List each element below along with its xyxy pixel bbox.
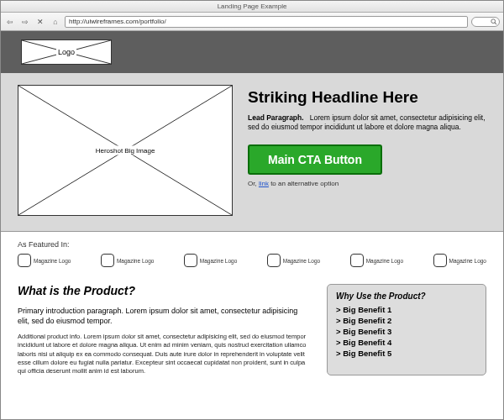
browser-toolbar: ⇦ ⇨ ✕ ⌂ http://uiwireframes.com/portfoli… — [1, 13, 503, 31]
hero-lead: Lead Paragraph. Lorem ipsum dolor sit am… — [248, 113, 486, 133]
hero-image-label: Heroshot Big Image — [93, 146, 158, 155]
benefit-label: Big Benefit 3 — [343, 327, 391, 336]
benefit-item: > Big Benefit 4 — [336, 337, 477, 348]
hero-text: Striking Headline Here Lead Paragraph. L… — [248, 85, 486, 216]
magazine-item: Magazine Logo — [433, 254, 486, 267]
benefit-item: > Big Benefit 5 — [336, 348, 477, 359]
alt-prefix: Or, — [248, 180, 259, 187]
featured-section: As Featured In: Magazine Logo Magazine L… — [1, 232, 503, 272]
benefit-label: Big Benefit 1 — [343, 305, 391, 314]
benefit-item: > Big Benefit 2 — [336, 315, 477, 326]
logo-placeholder[interactable]: Logo — [21, 39, 112, 65]
benefit-item: > Big Benefit 1 — [336, 304, 477, 315]
stop-icon[interactable]: ✕ — [34, 16, 46, 28]
alt-link[interactable]: link — [259, 180, 269, 187]
back-icon[interactable]: ⇦ — [4, 16, 16, 28]
magazine-logo-icon — [350, 254, 364, 267]
lower-section: What is the Product? Primary introductio… — [1, 272, 503, 392]
benefits-heading: Why Use the Product? — [336, 291, 477, 301]
home-icon[interactable]: ⌂ — [50, 16, 61, 28]
magazine-label: Magazine Logo — [117, 258, 154, 264]
search-icon — [491, 18, 497, 25]
magazine-logo-icon — [184, 254, 197, 267]
window-title: Landing Page Example — [218, 3, 287, 10]
hero-headline: Striking Headline Here — [248, 88, 486, 107]
svg-line-1 — [495, 22, 496, 24]
benefit-label: Big Benefit 4 — [343, 338, 391, 347]
benefit-item: > Big Benefit 3 — [336, 326, 477, 337]
magazine-logo-icon — [18, 254, 31, 267]
url-input[interactable]: http://uiwireframes.com/portfolio/ — [65, 16, 468, 28]
magazine-label: Magazine Logo — [449, 258, 486, 264]
window-titlebar: Landing Page Example — [1, 1, 503, 13]
benefits-box: Why Use the Product? > Big Benefit 1 > B… — [327, 284, 486, 375]
magazine-item: Magazine Logo — [18, 254, 71, 267]
magazine-item: Magazine Logo — [101, 254, 154, 267]
product-column: What is the Product? Primary introductio… — [18, 284, 310, 375]
logo-label: Logo — [56, 48, 76, 56]
benefits-list: > Big Benefit 1 > Big Benefit 2 > Big Be… — [336, 304, 477, 359]
product-para-2: Additional product info. Lorem ipsum dol… — [18, 333, 310, 375]
magazine-logo-icon — [101, 254, 114, 267]
magazine-label: Magazine Logo — [366, 258, 403, 264]
top-nav: Logo — [1, 31, 503, 73]
benefit-label: Big Benefit 2 — [343, 316, 391, 325]
benefit-label: Big Benefit 5 — [343, 349, 391, 358]
featured-title: As Featured In: — [18, 240, 486, 249]
magazine-item: Magazine Logo — [350, 254, 403, 267]
hero-image-placeholder: Heroshot Big Image — [18, 85, 233, 216]
magazine-item: Magazine Logo — [184, 254, 237, 267]
page-content: Logo Heroshot Big Image Striking Headlin… — [1, 31, 503, 420]
forward-icon[interactable]: ⇨ — [19, 16, 31, 28]
magazine-label: Magazine Logo — [200, 258, 237, 264]
magazine-label: Magazine Logo — [34, 258, 71, 264]
lead-label: Lead Paragraph. — [248, 113, 304, 122]
magazine-logo-icon — [433, 254, 447, 267]
hero-section: Heroshot Big Image Striking Headline Her… — [1, 73, 503, 232]
product-heading: What is the Product? — [18, 284, 310, 297]
magazine-logo-icon — [267, 254, 281, 267]
alt-suffix: to an alternative option — [269, 180, 339, 187]
magazine-item: Magazine Logo — [267, 254, 320, 267]
magazine-row: Magazine Logo Magazine Logo Magazine Log… — [18, 254, 486, 267]
svg-point-0 — [491, 18, 496, 23]
search-pill[interactable] — [471, 17, 500, 27]
main-cta-button[interactable]: Main CTA Button — [248, 144, 382, 175]
magazine-label: Magazine Logo — [283, 258, 320, 264]
browser-window: Landing Page Example ⇦ ⇨ ✕ ⌂ http://uiwi… — [0, 0, 504, 420]
product-para-1: Primary introduction paragraph. Lorem ip… — [18, 306, 310, 326]
alt-option: Or, link to an alternative option — [248, 180, 486, 187]
